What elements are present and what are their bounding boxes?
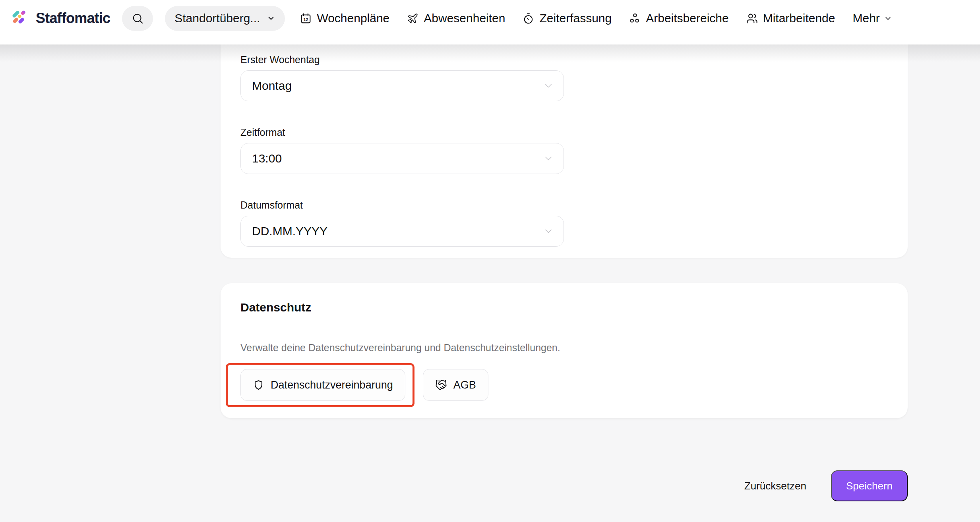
- privacy-buttons-row: Datenschutzvereinbarung AGB: [240, 369, 888, 401]
- shield-icon: [253, 379, 264, 391]
- nav-item-label: Arbeitsbereiche: [646, 12, 728, 25]
- handshake-icon: [435, 379, 447, 391]
- chevron-down-icon: [543, 226, 554, 237]
- airplane-icon: [407, 13, 418, 24]
- nav-item-label: Mehr: [852, 12, 879, 25]
- settings-card: Erster Wochentag Montag Zeitformat 13:00…: [221, 44, 908, 258]
- nav-item-label: Zeiterfassung: [539, 12, 612, 25]
- chevron-down-icon: [543, 80, 554, 91]
- timeformat-select-value: 13:00: [252, 152, 282, 165]
- timeformat-select[interactable]: 13:00: [240, 143, 564, 174]
- nav-item-arbeitsbereiche[interactable]: Arbeitsbereiche: [629, 12, 728, 25]
- agb-button[interactable]: AGB: [423, 369, 488, 401]
- privacy-title: Datenschutz: [240, 300, 888, 315]
- nav-item-zeiterfassung[interactable]: Zeiterfassung: [523, 12, 612, 25]
- stopwatch-icon: [523, 13, 534, 24]
- staffomatic-logo-icon: [10, 8, 31, 29]
- field-label-erster-wochentag: Erster Wochentag: [240, 54, 888, 66]
- privacy-agreement-button[interactable]: Datenschutzvereinbarung: [240, 369, 405, 401]
- search-icon: [132, 12, 144, 25]
- chevron-down-icon: [543, 153, 554, 164]
- location-switcher-label: Standortüberg...: [174, 12, 260, 25]
- dateformat-select[interactable]: DD.MM.YYYY: [240, 216, 564, 247]
- save-button[interactable]: Speichern: [831, 470, 908, 501]
- nav-item-wochenplaene[interactable]: 12 Wochenpläne: [300, 12, 389, 25]
- privacy-agreement-label: Datenschutzvereinbarung: [271, 379, 393, 391]
- search-button[interactable]: [122, 6, 153, 31]
- field-label-zeitformat: Zeitformat: [240, 126, 888, 139]
- agb-label: AGB: [453, 379, 476, 391]
- chevron-down-icon: [884, 14, 892, 23]
- nav-item-mitarbeitende[interactable]: Mitarbeitende: [746, 12, 835, 25]
- nav-item-mehr[interactable]: Mehr: [852, 12, 892, 25]
- location-switcher-button[interactable]: Standortüberg...: [165, 6, 285, 31]
- chevron-down-icon: [267, 14, 275, 23]
- dateformat-select-value: DD.MM.YYYY: [252, 224, 327, 238]
- privacy-card: Datenschutz Verwalte deine Datenschutzve…: [221, 283, 908, 418]
- footer-actions: Zurücksetzen Speichern: [744, 470, 908, 501]
- weekday-select-value: Montag: [252, 79, 292, 93]
- nav-item-label: Abwesenheiten: [424, 12, 505, 25]
- brand-wordmark: Staffomatic: [36, 10, 110, 27]
- svg-text:12: 12: [304, 17, 308, 21]
- main-nav: 12 Wochenpläne Abwesenheiten Zeiterf: [300, 12, 892, 25]
- users-icon: [746, 13, 758, 24]
- nav-item-label: Mitarbeitende: [763, 12, 835, 25]
- nav-item-abwesenheiten[interactable]: Abwesenheiten: [407, 12, 505, 25]
- workspaces-icon: [629, 13, 641, 24]
- staffomatic-logo[interactable]: Staffomatic: [10, 8, 110, 29]
- field-label-datumsformat: Datumsformat: [240, 199, 888, 211]
- weekday-select[interactable]: Montag: [240, 70, 564, 101]
- nav-item-label: Wochenpläne: [317, 12, 389, 25]
- app-header: Staffomatic Standortüberg... 12 Wochenpl…: [0, 0, 980, 44]
- privacy-description: Verwalte deine Datenschutzvereinbarung u…: [240, 342, 888, 354]
- calendar-icon: 12: [300, 13, 312, 24]
- reset-button[interactable]: Zurücksetzen: [744, 480, 806, 492]
